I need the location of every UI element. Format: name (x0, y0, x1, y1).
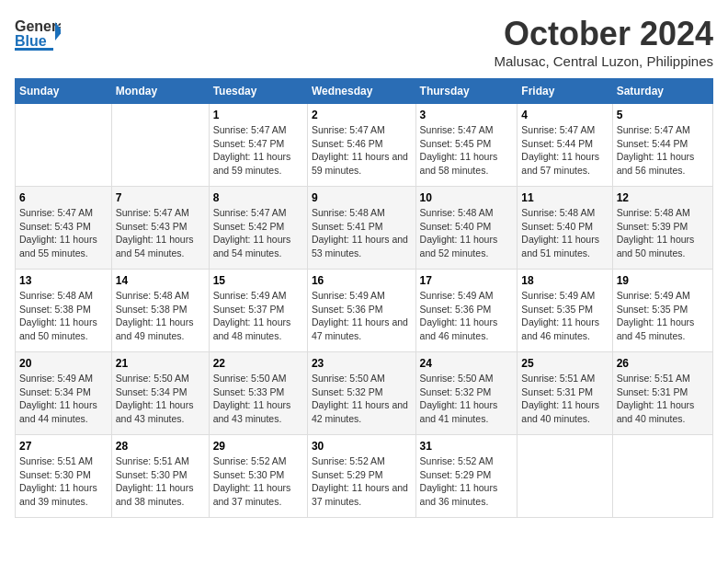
calendar-day-cell: 26Sunrise: 5:51 AMSunset: 5:31 PMDayligh… (612, 352, 712, 435)
calendar-day-cell: 16Sunrise: 5:49 AMSunset: 5:36 PMDayligh… (307, 270, 415, 352)
day-number: 9 (312, 191, 412, 204)
calendar-day-cell: 2Sunrise: 5:47 AMSunset: 5:46 PMDaylight… (307, 104, 415, 187)
day-info: Sunrise: 5:48 AMSunset: 5:38 PMDaylight:… (19, 289, 108, 343)
day-number: 11 (521, 191, 608, 204)
calendar-day-cell: 15Sunrise: 5:49 AMSunset: 5:37 PMDayligh… (209, 270, 307, 352)
day-info: Sunrise: 5:51 AMSunset: 5:30 PMDaylight:… (116, 454, 205, 509)
calendar-week-row: 20Sunrise: 5:49 AMSunset: 5:34 PMDayligh… (16, 352, 713, 435)
day-info: Sunrise: 5:50 AMSunset: 5:32 PMDaylight:… (312, 372, 412, 426)
page-title: October 2024 (495, 15, 713, 53)
header-row: Sunday Monday Tuesday Wednesday Thursday… (16, 79, 713, 104)
calendar-day-cell: 5Sunrise: 5:47 AMSunset: 5:44 PMDaylight… (612, 104, 712, 187)
calendar-day-cell: 1Sunrise: 5:47 AMSunset: 5:47 PMDaylight… (209, 104, 307, 187)
calendar-day-cell: 29Sunrise: 5:52 AMSunset: 5:30 PMDayligh… (209, 435, 307, 518)
calendar-day-cell: 17Sunrise: 5:49 AMSunset: 5:36 PMDayligh… (415, 270, 518, 352)
calendar-day-cell: 7Sunrise: 5:47 AMSunset: 5:43 PMDaylight… (111, 187, 209, 270)
day-info: Sunrise: 5:50 AMSunset: 5:32 PMDaylight:… (420, 372, 514, 426)
day-number: 21 (116, 357, 205, 370)
calendar-day-cell: 4Sunrise: 5:47 AMSunset: 5:44 PMDaylight… (518, 104, 612, 187)
day-info: Sunrise: 5:47 AMSunset: 5:44 PMDaylight:… (617, 123, 709, 178)
calendar-day-cell: 22Sunrise: 5:50 AMSunset: 5:33 PMDayligh… (209, 352, 307, 435)
page-subtitle: Malusac, Central Luzon, Philippines (495, 53, 713, 69)
calendar-day-cell: 10Sunrise: 5:48 AMSunset: 5:40 PMDayligh… (415, 187, 518, 270)
day-number: 26 (617, 357, 709, 370)
logo-icon: General Blue (15, 15, 61, 53)
calendar-header: Sunday Monday Tuesday Wednesday Thursday… (16, 79, 713, 104)
day-number: 29 (213, 440, 303, 453)
day-number: 5 (617, 109, 709, 121)
col-monday: Monday (111, 79, 209, 104)
day-info: Sunrise: 5:50 AMSunset: 5:34 PMDaylight:… (116, 372, 205, 426)
day-number: 17 (420, 274, 514, 287)
calendar-day-cell: 18Sunrise: 5:49 AMSunset: 5:35 PMDayligh… (518, 270, 612, 352)
day-number: 25 (521, 357, 608, 370)
calendar-day-cell: 24Sunrise: 5:50 AMSunset: 5:32 PMDayligh… (415, 352, 518, 435)
calendar-week-row: 13Sunrise: 5:48 AMSunset: 5:38 PMDayligh… (16, 270, 713, 352)
calendar-day-cell: 21Sunrise: 5:50 AMSunset: 5:34 PMDayligh… (111, 352, 209, 435)
calendar-week-row: 27Sunrise: 5:51 AMSunset: 5:30 PMDayligh… (16, 435, 713, 518)
col-sunday: Sunday (16, 79, 112, 104)
calendar-day-cell (111, 104, 209, 187)
col-tuesday: Tuesday (209, 79, 307, 104)
day-info: Sunrise: 5:47 AMSunset: 5:44 PMDaylight:… (521, 123, 608, 178)
day-info: Sunrise: 5:49 AMSunset: 5:36 PMDaylight:… (312, 289, 412, 343)
calendar-day-cell: 6Sunrise: 5:47 AMSunset: 5:43 PMDaylight… (16, 187, 112, 270)
day-number: 14 (116, 274, 205, 287)
day-info: Sunrise: 5:47 AMSunset: 5:43 PMDaylight:… (19, 206, 108, 260)
calendar-week-row: 1Sunrise: 5:47 AMSunset: 5:47 PMDaylight… (16, 104, 713, 187)
calendar-day-cell (16, 104, 112, 187)
calendar-day-cell: 3Sunrise: 5:47 AMSunset: 5:45 PMDaylight… (415, 104, 518, 187)
day-number: 12 (617, 191, 709, 204)
day-info: Sunrise: 5:52 AMSunset: 5:30 PMDaylight:… (213, 454, 303, 509)
day-number: 15 (213, 274, 303, 287)
calendar-day-cell: 31Sunrise: 5:52 AMSunset: 5:29 PMDayligh… (415, 435, 518, 518)
calendar-body: 1Sunrise: 5:47 AMSunset: 5:47 PMDaylight… (16, 104, 713, 518)
day-info: Sunrise: 5:47 AMSunset: 5:42 PMDaylight:… (213, 206, 303, 260)
day-number: 18 (521, 274, 608, 287)
day-number: 20 (19, 357, 108, 370)
logo: General Blue (15, 15, 64, 53)
calendar-day-cell: 19Sunrise: 5:49 AMSunset: 5:35 PMDayligh… (612, 270, 712, 352)
col-friday: Friday (518, 79, 612, 104)
calendar-day-cell: 30Sunrise: 5:52 AMSunset: 5:29 PMDayligh… (307, 435, 415, 518)
col-thursday: Thursday (415, 79, 518, 104)
day-number: 6 (19, 191, 108, 204)
day-info: Sunrise: 5:47 AMSunset: 5:46 PMDaylight:… (312, 123, 412, 178)
day-info: Sunrise: 5:52 AMSunset: 5:29 PMDaylight:… (420, 454, 514, 509)
svg-rect-3 (15, 48, 53, 51)
day-number: 23 (312, 357, 412, 370)
calendar-day-cell: 9Sunrise: 5:48 AMSunset: 5:41 PMDaylight… (307, 187, 415, 270)
calendar-day-cell: 25Sunrise: 5:51 AMSunset: 5:31 PMDayligh… (518, 352, 612, 435)
day-info: Sunrise: 5:48 AMSunset: 5:40 PMDaylight:… (521, 206, 608, 260)
day-number: 2 (312, 109, 412, 121)
day-number: 30 (312, 440, 412, 453)
day-info: Sunrise: 5:47 AMSunset: 5:43 PMDaylight:… (116, 206, 205, 260)
calendar-day-cell: 28Sunrise: 5:51 AMSunset: 5:30 PMDayligh… (111, 435, 209, 518)
day-number: 10 (420, 191, 514, 204)
day-info: Sunrise: 5:50 AMSunset: 5:33 PMDaylight:… (213, 372, 303, 426)
calendar-day-cell: 11Sunrise: 5:48 AMSunset: 5:40 PMDayligh… (518, 187, 612, 270)
day-number: 28 (116, 440, 205, 453)
calendar-day-cell: 27Sunrise: 5:51 AMSunset: 5:30 PMDayligh… (16, 435, 112, 518)
day-number: 19 (617, 274, 709, 287)
day-info: Sunrise: 5:47 AMSunset: 5:47 PMDaylight:… (213, 123, 303, 178)
day-info: Sunrise: 5:47 AMSunset: 5:45 PMDaylight:… (420, 123, 514, 178)
calendar-day-cell: 12Sunrise: 5:48 AMSunset: 5:39 PMDayligh… (612, 187, 712, 270)
svg-text:General: General (15, 18, 61, 34)
day-info: Sunrise: 5:49 AMSunset: 5:35 PMDaylight:… (521, 289, 608, 343)
day-info: Sunrise: 5:49 AMSunset: 5:35 PMDaylight:… (617, 289, 709, 343)
calendar-table: Sunday Monday Tuesday Wednesday Thursday… (15, 78, 713, 518)
calendar-day-cell: 8Sunrise: 5:47 AMSunset: 5:42 PMDaylight… (209, 187, 307, 270)
title-block: October 2024 Malusac, Central Luzon, Phi… (495, 15, 713, 69)
day-info: Sunrise: 5:48 AMSunset: 5:38 PMDaylight:… (116, 289, 205, 343)
day-info: Sunrise: 5:48 AMSunset: 5:41 PMDaylight:… (312, 206, 412, 260)
day-number: 16 (312, 274, 412, 287)
col-wednesday: Wednesday (307, 79, 415, 104)
day-info: Sunrise: 5:48 AMSunset: 5:40 PMDaylight:… (420, 206, 514, 260)
day-info: Sunrise: 5:49 AMSunset: 5:36 PMDaylight:… (420, 289, 514, 343)
day-info: Sunrise: 5:49 AMSunset: 5:37 PMDaylight:… (213, 289, 303, 343)
day-info: Sunrise: 5:52 AMSunset: 5:29 PMDaylight:… (312, 454, 412, 509)
day-number: 3 (420, 109, 514, 121)
page-header: General Blue October 2024 Malusac, Centr… (15, 15, 713, 69)
calendar-day-cell: 20Sunrise: 5:49 AMSunset: 5:34 PMDayligh… (16, 352, 112, 435)
